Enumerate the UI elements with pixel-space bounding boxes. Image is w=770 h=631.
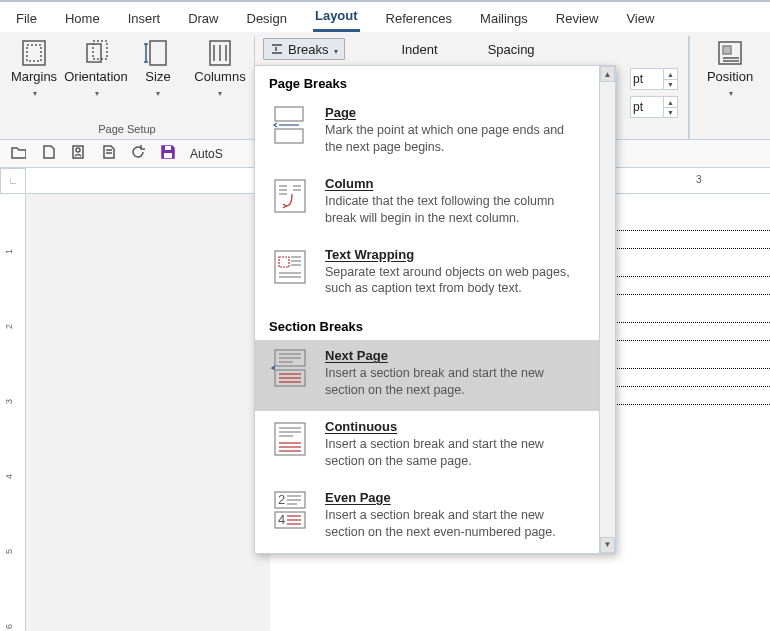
- even-page-break-icon: 24: [269, 490, 311, 530]
- breaks-button[interactable]: Breaks: [263, 38, 345, 60]
- svg-rect-20: [275, 129, 303, 143]
- option-title: Text Wrapping: [325, 247, 583, 262]
- svg-rect-4: [150, 41, 166, 65]
- option-desc: Insert a section break and start the new…: [325, 365, 583, 399]
- save-icon[interactable]: [160, 144, 176, 163]
- tab-design[interactable]: Design: [245, 11, 289, 32]
- columns-button[interactable]: Columns: [192, 38, 248, 100]
- svg-rect-10: [723, 46, 731, 54]
- ruler-mark: 5: [4, 549, 14, 554]
- break-option-column[interactable]: Column Indicate that the text following …: [255, 168, 615, 239]
- spacing-steppers: pt ▲▼ pt ▲▼: [630, 68, 678, 118]
- option-desc: Insert a section break and start the new…: [325, 436, 583, 470]
- tab-view[interactable]: View: [624, 11, 656, 32]
- autosave-label: AutoS: [190, 147, 223, 161]
- margins-icon: [19, 38, 49, 68]
- position-button[interactable]: Position: [702, 38, 758, 100]
- breaks-icon: [270, 42, 284, 56]
- breaks-menu-popup: Page Breaks Page Mark the point at which…: [254, 65, 616, 554]
- option-title: Column: [325, 176, 583, 191]
- vertical-ruler[interactable]: 1 2 3 4 5 6: [0, 194, 26, 631]
- group-page-setup: Margins Orientation Size Columns Page Se…: [0, 36, 255, 139]
- text-wrapping-break-icon: [269, 247, 311, 287]
- continuous-break-icon: [269, 419, 311, 459]
- margins-button[interactable]: Margins: [6, 38, 62, 100]
- stepper-spinner[interactable]: ▲▼: [663, 97, 677, 117]
- ruler-mark: 2: [4, 324, 14, 329]
- ruler-mark: 6: [4, 624, 14, 629]
- undo-icon[interactable]: [130, 144, 146, 163]
- tab-references[interactable]: References: [384, 11, 454, 32]
- svg-rect-1: [27, 45, 41, 61]
- option-desc: Mark the point at which one page ends an…: [325, 122, 583, 156]
- option-title: Even Page: [325, 490, 583, 505]
- new-doc-icon[interactable]: [40, 144, 56, 163]
- group-arrange: Position: [689, 36, 770, 139]
- spacing-after-stepper[interactable]: pt ▲▼: [630, 96, 678, 118]
- tab-review[interactable]: Review: [554, 11, 601, 32]
- scroll-up-icon[interactable]: ▲: [600, 66, 615, 82]
- tab-file[interactable]: File: [14, 11, 39, 32]
- menu-tabs: File Home Insert Draw Design Layout Refe…: [0, 2, 770, 32]
- svg-point-14: [76, 148, 80, 152]
- indent-label: Indent: [401, 42, 437, 57]
- option-title: Next Page: [325, 348, 583, 363]
- open-icon[interactable]: [10, 144, 26, 163]
- spacing-before-stepper[interactable]: pt ▲▼: [630, 68, 678, 90]
- paragraph-headings: Indent Spacing: [401, 42, 534, 57]
- column-break-icon: [269, 176, 311, 216]
- option-desc: Insert a section break and start the new…: [325, 507, 583, 541]
- section-breaks-header: Section Breaks: [255, 309, 615, 340]
- svg-rect-17: [165, 146, 171, 150]
- page-icon[interactable]: [100, 144, 116, 163]
- break-option-even-page[interactable]: 24 Even Page Insert a section break and …: [255, 482, 615, 553]
- svg-rect-18: [164, 153, 172, 158]
- break-option-continuous[interactable]: Continuous Insert a section break and st…: [255, 411, 615, 482]
- scroll-down-icon[interactable]: ▼: [600, 537, 615, 553]
- popup-scrollbar[interactable]: ▲ ▼: [599, 66, 615, 553]
- next-page-break-icon: [269, 348, 311, 388]
- size-icon: [143, 38, 173, 68]
- orientation-icon: [81, 38, 111, 68]
- svg-text:2: 2: [278, 492, 285, 507]
- ruler-mark: 3: [696, 174, 702, 185]
- scroll-track[interactable]: [600, 82, 615, 537]
- svg-rect-28: [279, 257, 289, 267]
- option-title: Page: [325, 105, 583, 120]
- position-icon: [715, 38, 745, 68]
- ruler-mark: 3: [4, 399, 14, 404]
- ruler-corner: ∟: [0, 168, 26, 194]
- columns-icon: [205, 38, 235, 68]
- break-option-text-wrapping[interactable]: Text Wrapping Separate text around objec…: [255, 239, 615, 310]
- ruler-mark: 4: [4, 474, 14, 479]
- tab-insert[interactable]: Insert: [126, 11, 163, 32]
- page-breaks-header: Page Breaks: [255, 66, 615, 97]
- tab-home[interactable]: Home: [63, 11, 102, 32]
- tab-layout[interactable]: Layout: [313, 8, 360, 32]
- group-caption-page-setup: Page Setup: [98, 123, 156, 135]
- contacts-icon[interactable]: [70, 144, 86, 163]
- spacing-label: Spacing: [488, 42, 535, 57]
- ruler-mark: 1: [4, 249, 14, 254]
- tab-draw[interactable]: Draw: [186, 11, 220, 32]
- orientation-button[interactable]: Orientation: [68, 38, 124, 100]
- option-title: Continuous: [325, 419, 583, 434]
- svg-text:4: 4: [278, 512, 285, 527]
- svg-rect-19: [275, 107, 303, 121]
- break-option-next-page[interactable]: Next Page Insert a section break and sta…: [255, 340, 615, 411]
- stepper-spinner[interactable]: ▲▼: [663, 69, 677, 89]
- svg-rect-21: [275, 180, 305, 212]
- tab-mailings[interactable]: Mailings: [478, 11, 530, 32]
- option-desc: Indicate that the text following the col…: [325, 193, 583, 227]
- break-option-page[interactable]: Page Mark the point at which one page en…: [255, 97, 615, 168]
- option-desc: Separate text around objects on web page…: [325, 264, 583, 298]
- page-break-icon: [269, 105, 311, 145]
- size-button[interactable]: Size: [130, 38, 186, 100]
